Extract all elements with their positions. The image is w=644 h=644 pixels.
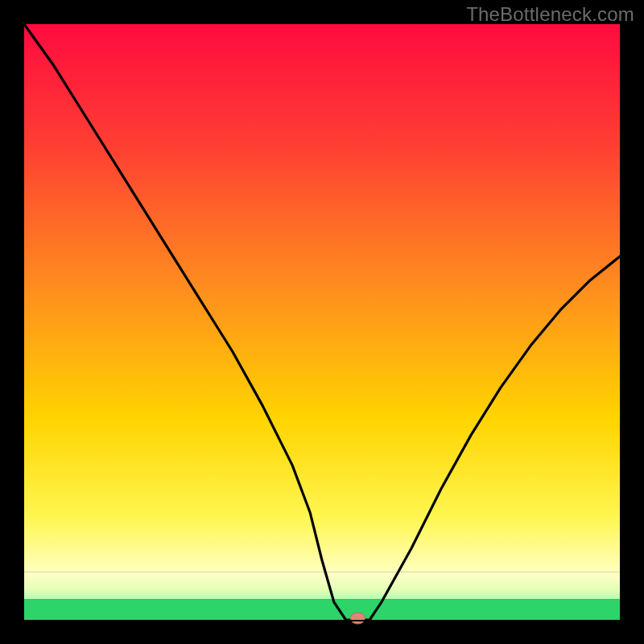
svg-rect-1 bbox=[24, 599, 620, 620]
svg-rect-3 bbox=[24, 24, 620, 572]
bottleneck-chart bbox=[0, 0, 644, 644]
watermark-label: TheBottleneck.com bbox=[466, 3, 634, 26]
optimal-point-marker bbox=[350, 613, 365, 624]
svg-rect-2 bbox=[24, 572, 620, 599]
